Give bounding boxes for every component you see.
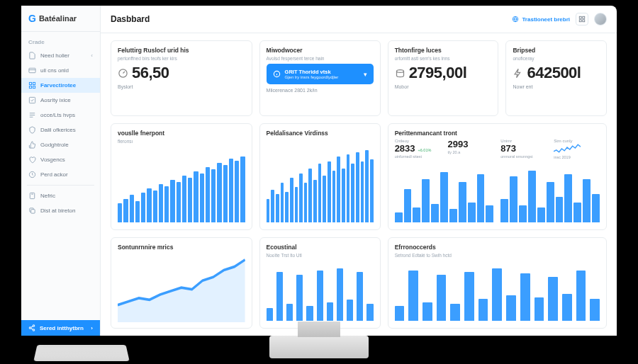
card-subtitle: onoficeray [513, 56, 600, 61]
sidebar-item[interactable]: Dalil ofkerices [21, 123, 100, 137]
sidebar-item[interactable]: Aosrlty ixice [21, 93, 100, 108]
bar [357, 272, 363, 321]
card-title: Miwodwocer [267, 47, 374, 54]
stat-value: 2833 [395, 143, 415, 154]
sidebar-item[interactable]: Need holier‹ [21, 48, 100, 63]
bar [492, 268, 502, 321]
card-title: Perittenmancant tront [395, 130, 600, 137]
bar [478, 299, 488, 321]
notice-banner[interactable]: GRIT Thoridd vtsk Gjen lry insrs feygoor… [267, 64, 374, 84]
bar [449, 209, 457, 222]
sidebar-item-label: occe/Lts hvps [40, 112, 75, 118]
sidebar-item-label: Dist at bireton [40, 207, 75, 214]
bar [206, 167, 210, 222]
shield-icon [28, 126, 36, 134]
bar [395, 306, 405, 321]
bar [235, 161, 239, 222]
chart-card-5: Ecoustinal Nooîte Trst lto Utl [259, 237, 381, 329]
sidebar-item-label: Vosgencs [40, 157, 65, 163]
card-subtitle: orfomitt astl sem's kes lnns [395, 56, 492, 61]
sidebar-cta-label: Sered intthytbrn [40, 325, 84, 331]
bar [404, 189, 412, 222]
lines-icon [28, 111, 36, 119]
stat-row: Cntleoy 2833 +6.01% oinfornedl sitest 29… [395, 139, 600, 159]
chart-card-2: Peldalisance Virdinss [259, 123, 381, 229]
sidebar-item-label: Nefric [40, 193, 55, 199]
bar-chart [395, 261, 600, 322]
bar [590, 299, 600, 321]
sidebar-item[interactable]: ull cns onld [21, 63, 100, 78]
card-title: Efrronoccerds [395, 244, 600, 251]
card-title: Thtonfirge luces [395, 47, 492, 54]
bar [573, 203, 581, 222]
card-footer: Byslort [118, 84, 245, 89]
sidebar-item[interactable]: Perd ackor [21, 167, 100, 182]
bolt-icon [513, 68, 523, 79]
bar [276, 194, 279, 222]
bar [459, 182, 466, 222]
sidebar-item[interactable]: occe/Lts hvps [21, 108, 100, 123]
card-title: Sontunrnnire mrics [118, 244, 245, 251]
logo-mark: G [28, 13, 36, 24]
bar [223, 165, 228, 222]
user-avatar[interactable] [594, 13, 607, 25]
sidebar-item[interactable]: Farvectirotee [21, 78, 100, 93]
bar [177, 182, 181, 222]
bar [182, 176, 186, 222]
bar [267, 199, 270, 222]
coin-icon [395, 68, 405, 79]
sidebar-item-label: Dalil ofkerices [40, 127, 76, 133]
card-footer: Mobor [395, 84, 492, 89]
sidebar-item[interactable]: Dist at bireton [21, 203, 100, 218]
bar [327, 302, 333, 321]
bar [332, 171, 336, 222]
bar [296, 275, 303, 321]
bar [276, 272, 283, 321]
calc-icon [28, 192, 36, 200]
card-title: Ecoustinal [267, 244, 374, 251]
bar [510, 176, 517, 222]
stats-card: Perittenmancant tront Cntleoy 2833 +6.01… [388, 123, 607, 229]
chevron-right-icon: › [91, 325, 93, 331]
bar [500, 199, 508, 222]
notice-card: Miwodwocer Avolsd fespersent terce hain … [259, 40, 381, 116]
svg-rect-1 [29, 82, 31, 84]
bar [506, 295, 516, 321]
sidebar-item[interactable]: Godghtrole [21, 137, 100, 152]
sidebar-item-label: ull cns onld [40, 67, 69, 74]
bar [147, 188, 151, 222]
metric-number: 56,50 [132, 64, 169, 82]
topbar-link[interactable]: Trastioneet brebri [512, 16, 570, 23]
sidebar-item[interactable]: Nefric [21, 188, 100, 203]
bar [365, 150, 369, 222]
bar [281, 183, 284, 222]
topbar-actions: Trastioneet brebri [512, 13, 607, 25]
bar [313, 180, 317, 222]
area-chart [118, 253, 245, 322]
doc-icon [28, 52, 36, 59]
bar [337, 268, 343, 321]
chart-card-6: Efrronoccerds Setrond Edtalé to Swih hct… [388, 237, 607, 329]
bar [318, 164, 322, 222]
bar [356, 152, 359, 222]
brand-name: Batéalinar [39, 14, 77, 23]
grid-button[interactable] [576, 13, 588, 25]
stat-block: 2993 tly 20.a [447, 139, 493, 159]
sidebar-item-label: Need holier [40, 52, 69, 59]
svg-rect-14 [583, 16, 585, 18]
sidebar-cta[interactable]: Sered intthytbrn › [21, 320, 100, 336]
sidebar-item[interactable]: Vosgencs [21, 152, 100, 167]
stat-block: Stm cunly insc 2019 [554, 139, 600, 159]
card-title: Feluttirg Ruslocf urid his [118, 47, 245, 54]
bar [520, 273, 530, 321]
svg-rect-4 [33, 86, 35, 88]
svg-rect-8 [31, 210, 35, 214]
notice-text: GRIT Thoridd vtsk Gjen lry insrs feygoor… [285, 69, 359, 79]
brand-logo[interactable]: G Batéalinar [21, 6, 100, 32]
bar [342, 169, 345, 222]
bar [141, 193, 145, 222]
sidebar-item-label: Aosrlty ixice [40, 97, 71, 103]
bar [130, 195, 134, 222]
svg-rect-0 [29, 68, 35, 72]
bar [592, 194, 600, 222]
